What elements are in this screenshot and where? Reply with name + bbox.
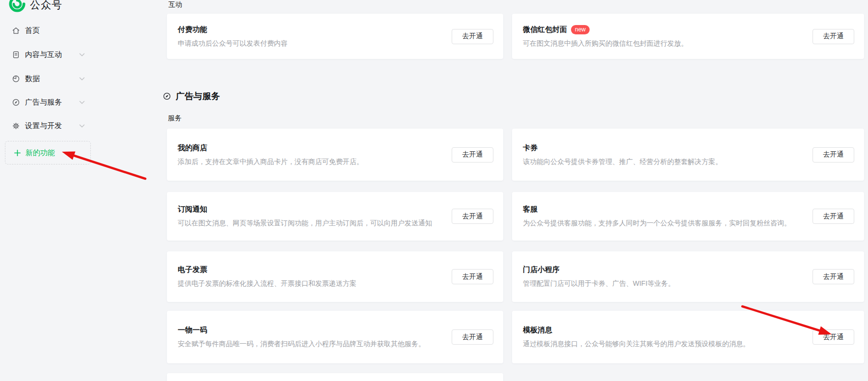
feature-card-services-3: 客服 为公众号提供客服功能，支持多人同时为一个公众号提供客服服务，实时回复粉丝咨… [512, 192, 864, 241]
feature-card-title: 电子发票 [178, 265, 207, 274]
sidebar-item-settings[interactable]: 设置与开发 [0, 120, 98, 131]
brand: 公众号 [9, 0, 62, 14]
feature-card-description: 该功能向公众号提供卡券管理、推广、经营分析的整套解决方案。 [523, 158, 722, 166]
open-feature-button[interactable]: 去开通 [813, 147, 854, 163]
feature-card-text: 模板消息 通过模板消息接口，公众号能够向关注其账号的用户发送预设模板的消息。 [523, 326, 750, 349]
open-feature-button[interactable]: 去开通 [813, 209, 854, 224]
partial-feature-card [167, 373, 503, 381]
feature-card-text: 卡券 该功能向公众号提供卡券管理、推广、经营分析的整套解决方案。 [523, 143, 722, 166]
feature-card-interaction-1: 微信红包封面 new 可在图文消息中插入所购买的微信红包封面进行发放。 去开通 [512, 14, 864, 59]
group-label-services: 服务 [168, 114, 182, 123]
feature-card-text: 付费功能 申请成功后公众号可以发表付费内容 [178, 25, 288, 48]
gear-icon [12, 122, 20, 130]
data-icon [12, 75, 20, 83]
feature-card-title: 一物一码 [178, 326, 207, 335]
feature-card-text: 门店小程序 管理配置门店可以用于卡券、广告、WIFI等业务。 [523, 265, 675, 288]
feature-card-description: 可以在图文消息、网页等场景设置订阅功能，用户主动订阅后，可以向用户发送通知 [178, 219, 432, 228]
feature-card-description: 为公众号提供客服功能，支持多人同时为一个公众号提供客服服务，实时回复粉丝咨询。 [523, 219, 791, 228]
feature-card-description: 提供电子发票的标准化接入流程、开票接口和发票递送方案 [178, 279, 356, 288]
sidebar-item-home[interactable]: 首页 [0, 25, 98, 36]
sidebar-item-label: 数据 [25, 74, 40, 83]
feature-card-title: 订阅通知 [178, 205, 207, 214]
ads-services-section-header: 广告与服务 [163, 90, 220, 102]
open-feature-button[interactable]: 去开通 [452, 209, 493, 224]
sidebar-item-label: 内容与互动 [25, 50, 62, 59]
open-feature-button[interactable]: 去开通 [452, 147, 493, 163]
open-feature-button[interactable]: 去开通 [813, 329, 854, 345]
open-feature-button[interactable]: 去开通 [452, 269, 493, 284]
home-icon [12, 27, 20, 35]
feature-card-text: 我的商店 添加后，支持在文章中插入商品卡片，没有商店可免费开店。 [178, 143, 363, 166]
content-icon [12, 51, 20, 59]
open-feature-button[interactable]: 去开通 [452, 329, 493, 345]
wechat-official-account-admin-page: 公众号 首页 内容与互动 数据 广告与服务 设置与开发 [0, 0, 868, 381]
feature-card-title-row: 微信红包封面 new [523, 25, 688, 34]
new-feature-button[interactable]: 新的功能 [5, 141, 91, 164]
sidebar-item-content[interactable]: 内容与互动 [0, 49, 98, 60]
new-feature-label: 新的功能 [26, 148, 55, 158]
feature-card-description: 管理配置门店可以用于卡券、广告、WIFI等业务。 [523, 279, 675, 288]
ads-services-section-title: 广告与服务 [176, 90, 220, 102]
open-feature-button[interactable]: 去开通 [452, 29, 493, 44]
feature-card-title: 模板消息 [523, 326, 552, 335]
sidebar-item-data[interactable]: 数据 [0, 73, 98, 84]
feature-card-services-6: 一物一码 安全赋予每件商品唯一码，消费者扫码后进入小程序与品牌互动并获取其他服务… [167, 311, 503, 363]
feature-card-title-row: 模板消息 [523, 326, 750, 335]
feature-card-text: 电子发票 提供电子发票的标准化接入流程、开票接口和发票递送方案 [178, 265, 356, 288]
chevron-down-icon [79, 124, 85, 128]
feature-card-title: 卡券 [523, 143, 538, 153]
feature-card-title: 客服 [523, 205, 538, 214]
feature-card-title: 微信红包封面 [523, 25, 567, 34]
feature-card-services-1: 卡券 该功能向公众号提供卡券管理、推广、经营分析的整套解决方案。 去开通 [512, 129, 864, 181]
feature-card-title-row: 订阅通知 [178, 205, 432, 214]
feature-card-description: 通过模板消息接口，公众号能够向关注其账号的用户发送预设模板的消息。 [523, 340, 750, 349]
feature-card-title: 我的商店 [178, 143, 207, 153]
compass-icon [163, 92, 171, 101]
feature-card-interaction-0: 付费功能 申请成功后公众号可以发表付费内容 去开通 [167, 14, 503, 59]
feature-card-title-row: 客服 [523, 205, 791, 214]
feature-card-text: 客服 为公众号提供客服功能，支持多人同时为一个公众号提供客服服务，实时回复粉丝咨… [523, 205, 791, 228]
feature-card-title-row: 一物一码 [178, 326, 425, 335]
feature-card-services-5: 门店小程序 管理配置门店可以用于卡券、广告、WIFI等业务。 去开通 [512, 251, 864, 302]
feature-card-description: 安全赋予每件商品唯一码，消费者扫码后进入小程序与品牌互动并获取其他服务。 [178, 340, 425, 349]
feature-card-services-7: 模板消息 通过模板消息接口，公众号能够向关注其账号的用户发送预设模板的消息。 去… [512, 311, 864, 363]
feature-card-description: 添加后，支持在文章中插入商品卡片，没有商店可免费开店。 [178, 158, 363, 166]
open-feature-button[interactable]: 去开通 [813, 29, 854, 44]
feature-card-title-row: 门店小程序 [523, 265, 675, 274]
sidebar-item-ads[interactable]: 广告与服务 [0, 97, 98, 108]
feature-card-title-row: 我的商店 [178, 143, 363, 153]
feature-card-title-row: 付费功能 [178, 25, 288, 34]
feature-card-services-0: 我的商店 添加后，支持在文章中插入商品卡片，没有商店可免费开店。 去开通 [167, 129, 503, 181]
feature-card-services-2: 订阅通知 可以在图文消息、网页等场景设置订阅功能，用户主动订阅后，可以向用户发送… [167, 192, 503, 241]
feature-card-title: 门店小程序 [523, 265, 560, 274]
app-title: 公众号 [30, 0, 62, 12]
feature-card-services-4: 电子发票 提供电子发票的标准化接入流程、开票接口和发票递送方案 去开通 [167, 251, 503, 302]
sidebar-item-label: 广告与服务 [25, 98, 62, 107]
open-feature-button[interactable]: 去开通 [813, 269, 854, 284]
new-badge: new [571, 25, 590, 34]
feature-card-title-row: 卡券 [523, 143, 722, 153]
feature-card-description: 可在图文消息中插入所购买的微信红包封面进行发放。 [523, 39, 688, 48]
sidebar-item-label: 首页 [25, 26, 40, 35]
compass-icon [12, 98, 20, 107]
feature-card-text: 订阅通知 可以在图文消息、网页等场景设置订阅功能，用户主动订阅后，可以向用户发送… [178, 205, 432, 228]
chevron-down-icon [79, 53, 85, 57]
feature-card-description: 申请成功后公众号可以发表付费内容 [178, 39, 288, 48]
feature-card-text: 微信红包封面 new 可在图文消息中插入所购买的微信红包封面进行发放。 [523, 25, 688, 48]
sidebar-item-label: 设置与开发 [25, 121, 62, 131]
feature-card-title-row: 电子发票 [178, 265, 356, 274]
sidebar: 公众号 首页 内容与互动 数据 广告与服务 设置与开发 [0, 0, 147, 381]
feature-card-text: 一物一码 安全赋予每件商品唯一码，消费者扫码后进入小程序与品牌互动并获取其他服务… [178, 326, 425, 349]
chevron-down-icon [79, 101, 85, 105]
plus-icon [14, 149, 21, 157]
feature-card-title: 付费功能 [178, 25, 207, 34]
wechat-official-account-logo-icon [9, 0, 26, 14]
section-label-interaction: 互动 [168, 0, 182, 9]
chevron-down-icon [79, 77, 85, 81]
